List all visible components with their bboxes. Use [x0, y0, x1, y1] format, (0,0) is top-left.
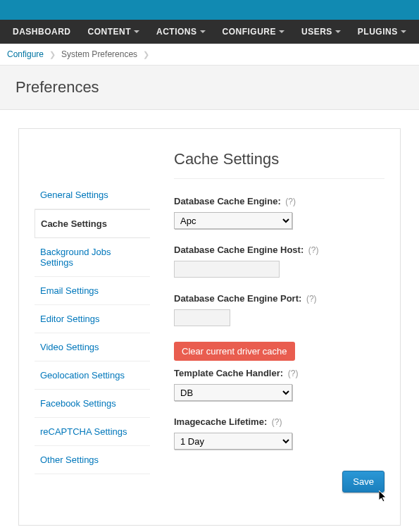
nav-users-label: USERS — [301, 27, 332, 37]
help-icon[interactable]: (?) — [288, 369, 299, 378]
chevron-down-icon — [200, 30, 206, 33]
page-title: Preferences — [15, 78, 404, 97]
side-tabs: General Settings Cache Settings Backgrou… — [35, 181, 150, 493]
nav-actions-label: ACTIONS — [156, 27, 197, 37]
db-cache-engine-select[interactable]: Apc — [174, 212, 292, 229]
chevron-down-icon — [335, 30, 341, 33]
breadcrumb: Configure ❯ System Preferences ❯ — [0, 44, 419, 66]
imagecache-lifetime-label: Imagecache Lifetime: — [174, 416, 267, 427]
tab-email-settings[interactable]: Email Settings — [35, 277, 150, 305]
tab-cache-settings[interactable]: Cache Settings — [35, 209, 150, 238]
chevron-right-icon: ❯ — [143, 50, 149, 59]
nav-dashboard[interactable]: DASHBOARD — [4, 20, 80, 44]
save-button[interactable]: Save — [342, 471, 384, 493]
db-cache-host-label: Database Cache Engine Host: — [174, 245, 304, 255]
db-cache-host-input[interactable] — [174, 261, 280, 278]
template-handler-label: Template Cache Handler: — [174, 368, 283, 378]
page-title-bar: Preferences — [0, 66, 419, 110]
breadcrumb-current: System Preferences — [61, 49, 137, 59]
chevron-down-icon — [279, 30, 284, 33]
help-icon[interactable]: (?) — [272, 417, 282, 427]
breadcrumb-configure[interactable]: Configure — [7, 49, 44, 59]
db-cache-port-input[interactable] — [174, 309, 230, 326]
nav-dashboard-label: DASHBOARD — [13, 27, 71, 37]
chevron-right-icon: ❯ — [49, 50, 56, 59]
help-icon[interactable]: (?) — [285, 197, 296, 206]
top-banner — [0, 0, 419, 20]
db-cache-engine-label: Database Cache Engine: — [174, 196, 281, 206]
tab-background-jobs-settings[interactable]: Background Jobs Settings — [35, 238, 150, 277]
main-pane: Cache Settings Database Cache Engine: (?… — [174, 150, 384, 493]
nav-configure[interactable]: CONFIGURE — [214, 20, 294, 44]
tab-recaptcha-settings[interactable]: reCAPTCHA Settings — [35, 418, 150, 446]
db-cache-port-label: Database Cache Engine Port: — [174, 293, 301, 304]
section-heading: Cache Settings — [174, 150, 384, 179]
nav-content-label: CONTENT — [88, 27, 132, 37]
chevron-down-icon — [134, 30, 139, 33]
preferences-card: General Settings Cache Settings Backgrou… — [18, 128, 401, 526]
tab-general-settings[interactable]: General Settings — [35, 181, 150, 209]
nav-plugins[interactable]: PLUGINS — [349, 20, 415, 44]
tab-other-settings[interactable]: Other Settings — [35, 446, 150, 474]
chevron-down-icon — [401, 30, 406, 33]
nav-actions[interactable]: ACTIONS — [148, 20, 214, 44]
help-icon[interactable]: (?) — [308, 245, 319, 255]
main-nav: DASHBOARD CONTENT ACTIONS CONFIGURE USER… — [0, 20, 419, 44]
nav-plugins-label: PLUGINS — [358, 27, 398, 37]
imagecache-lifetime-select[interactable]: 1 Day — [174, 433, 292, 450]
tab-video-settings[interactable]: Video Settings — [35, 333, 150, 361]
help-icon[interactable]: (?) — [306, 294, 317, 304]
clear-cache-button[interactable]: Clear current driver cache — [174, 342, 295, 361]
tab-geolocation-settings[interactable]: Geolocation Settings — [35, 361, 150, 390]
nav-users[interactable]: USERS — [293, 20, 349, 44]
tab-editor-settings[interactable]: Editor Settings — [35, 305, 150, 333]
nav-content[interactable]: CONTENT — [80, 20, 149, 44]
nav-configure-label: CONFIGURE — [223, 27, 277, 37]
tab-facebook-settings[interactable]: Facebook Settings — [35, 390, 150, 418]
template-handler-select[interactable]: DB — [174, 384, 292, 401]
